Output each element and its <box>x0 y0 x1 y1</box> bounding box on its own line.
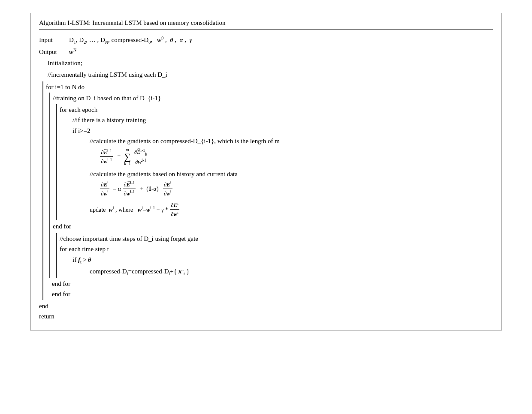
end-for-timestep: end for <box>46 279 493 289</box>
end-line: end <box>39 301 493 311</box>
input-label: Input <box>39 35 69 45</box>
output-label: Output <box>39 47 69 57</box>
end-for-epoch: end for <box>53 222 493 231</box>
outer-block: //incrementally training LSTM using each… <box>39 69 493 300</box>
update-line: update wi , where wi=wi-1 − γ * ∂Ei ∂wi <box>90 201 493 218</box>
if-ft-line: if ft > θ <box>73 255 493 265</box>
compressed-update-line: compressed-Di=compressed-Di+{ x it } <box>90 266 493 277</box>
for-timestep-line: for each time step t <box>60 244 493 254</box>
input-content: D1, D2, … , DN, compressed-D0, w0 , θ , … <box>69 35 192 45</box>
init-line: Initialization; <box>39 58 493 68</box>
input-line: Input D1, D2, … , DN, compressed-D0, w0 … <box>39 35 493 45</box>
comment-history: //if there is a history training <box>73 115 493 125</box>
algorithm-title: Algorithm I-LSTM: Incremental LSTM based… <box>39 19 493 30</box>
algorithm-box: Algorithm I-LSTM: Incremental LSTM based… <box>30 13 502 330</box>
comment-gradient: //calculate the gradients on compressed-… <box>90 136 493 146</box>
if-i-line: if i>=2 <box>73 126 493 136</box>
comment-training: //training on D_i based on that of D_{i-… <box>53 93 493 103</box>
return-line: return <box>39 312 493 321</box>
output-content: wN <box>69 47 76 57</box>
for-i-line: for i=1 to N do <box>46 82 493 92</box>
comment-incr: //incrementally training LSTM using each… <box>39 70 167 80</box>
output-line: Output wN <box>39 47 493 57</box>
comment-gradient2: //calculate the gradients based on histo… <box>90 169 493 179</box>
end-for-i-inner: end for <box>46 289 493 299</box>
for-epoch-line: for each epoch <box>60 105 493 115</box>
comment-forget: //choose important time steps of D_i usi… <box>60 234 493 244</box>
formula1: ∂E~i-1 ∂wi-1 = m ∑ k=1 <box>98 148 493 166</box>
formula2: ∂Ei ∂wi = α ∂E~i-1 ∂wi-1 <box>98 180 493 198</box>
